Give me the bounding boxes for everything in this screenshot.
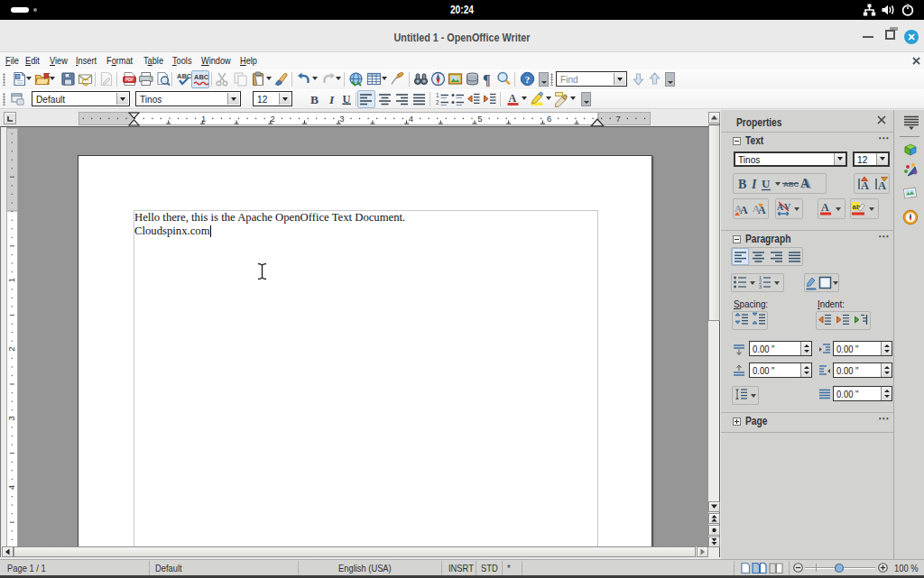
- svg-text:7: 7: [616, 114, 621, 124]
- svg-text:A: A: [861, 179, 869, 192]
- svg-text:A: A: [878, 179, 886, 192]
- svg-text:3: 3: [7, 416, 17, 420]
- svg-text:A: A: [800, 177, 810, 190]
- svg-text:3: 3: [339, 114, 344, 124]
- svg-text:4: 4: [409, 114, 413, 124]
- svg-text:ABC: ABC: [194, 73, 209, 81]
- svg-text:A: A: [821, 201, 829, 214]
- svg-text:5: 5: [477, 114, 482, 124]
- svg-text:I: I: [328, 93, 335, 106]
- svg-text:ABC: ABC: [177, 72, 192, 80]
- svg-text:A: A: [509, 92, 517, 105]
- svg-text:I: I: [751, 178, 757, 191]
- svg-text:2: 2: [436, 99, 439, 106]
- svg-text:?: ?: [525, 74, 531, 85]
- svg-text:U: U: [762, 177, 771, 190]
- svg-text:2: 2: [271, 114, 275, 124]
- svg-text:A: A: [740, 204, 748, 216]
- svg-text:PDF: PDF: [125, 78, 134, 82]
- svg-text:A: A: [758, 204, 766, 216]
- svg-text:3: 3: [759, 284, 762, 289]
- svg-text:B: B: [738, 178, 746, 191]
- svg-text:1: 1: [201, 114, 206, 124]
- svg-text:6: 6: [547, 114, 551, 124]
- svg-text:U: U: [342, 93, 350, 106]
- svg-text:4: 4: [7, 485, 17, 490]
- svg-text:B: B: [310, 93, 319, 106]
- svg-text:2: 2: [7, 347, 17, 352]
- svg-text:¶: ¶: [483, 72, 491, 87]
- svg-text:1: 1: [436, 92, 439, 98]
- svg-text:1: 1: [7, 278, 17, 282]
